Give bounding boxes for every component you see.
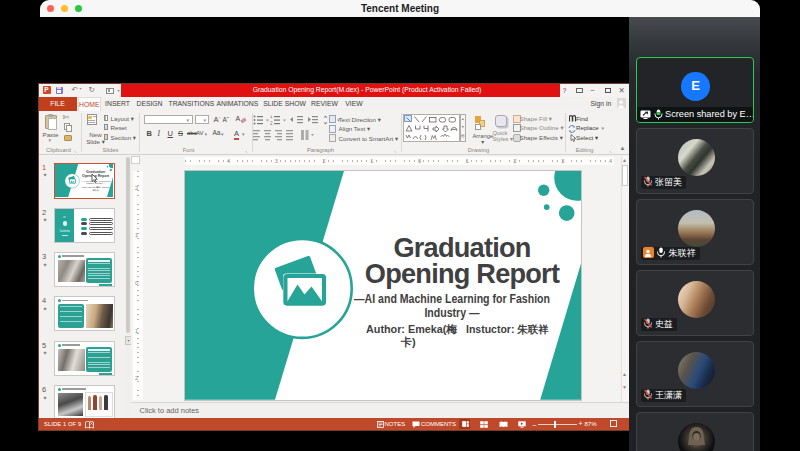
svg-text:2: 2	[270, 121, 273, 126]
svg-text:1: 1	[270, 115, 273, 119]
